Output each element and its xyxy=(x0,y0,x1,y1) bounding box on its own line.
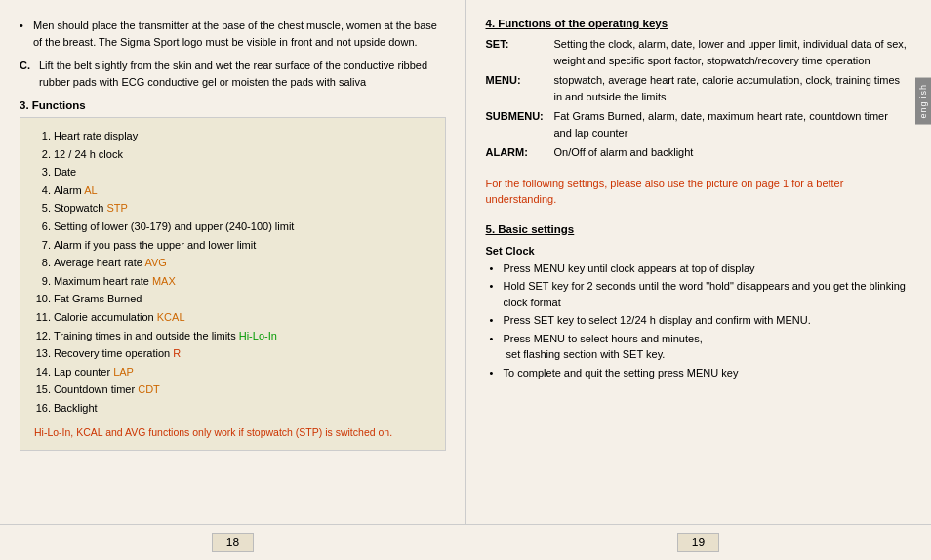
list-item: Training times in and outside the limits… xyxy=(54,328,431,345)
table-row: SUBMENU: Fat Grams Burned, alarm, date, … xyxy=(486,107,912,143)
page-right: english 4. Functions of the operating ke… xyxy=(466,0,932,524)
list-item: Fat Grams Burned xyxy=(54,291,431,308)
functions-box: Heart rate display 12 / 24 h clock Date … xyxy=(20,117,446,451)
set-clock-bullet-3: • Press SET key to select 12/24 h displa… xyxy=(490,312,912,329)
list-item: 12 / 24 h clock xyxy=(54,146,431,164)
list-item: Calorie accumulation KCAL xyxy=(54,309,431,327)
page-num-box-left: 18 xyxy=(212,533,254,552)
pages-container: • Men should place the transmitter at th… xyxy=(0,0,931,524)
key-menu: MENU: xyxy=(486,71,554,107)
list-item: Backlight xyxy=(54,400,431,418)
set-clock-heading: Set Clock xyxy=(486,245,912,257)
list-item: Alarm AL xyxy=(54,182,431,200)
page-left: • Men should place the transmitter at th… xyxy=(0,0,466,524)
desc-set: Setting the clock, alarm, date, lower an… xyxy=(554,35,912,71)
page-number-left: 18 xyxy=(0,524,466,560)
table-row: MENU: stopwatch, average heart rate, cal… xyxy=(486,71,912,107)
key-set: SET: xyxy=(486,35,554,71)
page-number-bar: 18 19 xyxy=(0,524,931,560)
functions-note: Hi-Lo-In, KCAL and AVG functions only wo… xyxy=(34,425,431,441)
section3-heading: 3. Functions xyxy=(20,100,446,111)
list-item: Heart rate display xyxy=(54,128,431,145)
key-submenu: SUBMENU: xyxy=(486,107,554,143)
page-number-right: 19 xyxy=(466,524,931,560)
set-clock-bullet-4: • Press MENU to select hours and minutes… xyxy=(490,331,912,363)
section5-heading: 5. Basic settings xyxy=(486,223,912,235)
list-item: Alarm if you pass the upper and lower li… xyxy=(54,237,431,255)
page-num-box-right: 19 xyxy=(677,533,719,552)
desc-menu: stopwatch, average heart rate, calorie a… xyxy=(554,71,912,107)
table-row: ALARM: On/Off of alarm and backlight xyxy=(486,143,912,164)
set-clock-bullet-1: • Press MENU key until clock appears at … xyxy=(490,260,912,277)
functions-list: Heart rate display 12 / 24 h clock Date … xyxy=(34,128,431,418)
table-row: SET: Setting the clock, alarm, date, low… xyxy=(486,35,912,71)
list-item: Average heart rate AVG xyxy=(54,255,431,272)
list-item: Lap counter LAP xyxy=(54,364,431,381)
list-item: Date xyxy=(54,164,431,181)
english-tab: english xyxy=(915,78,931,125)
list-item: Maximum heart rate MAX xyxy=(54,273,431,291)
keys-table: SET: Setting the clock, alarm, date, low… xyxy=(486,35,912,164)
following-note: For the following settings, please also … xyxy=(486,176,912,208)
list-item: Recovery time operation R xyxy=(54,345,431,363)
section4-heading: 4. Functions of the operating keys xyxy=(486,18,912,29)
set-clock-bullet-5: • To complete and quit the setting press… xyxy=(490,365,912,381)
item-c: C. Lift the belt slightly from the skin … xyxy=(20,58,446,90)
bullet-transmitter: • Men should place the transmitter at th… xyxy=(20,18,446,50)
list-item: Stopwatch STP xyxy=(54,200,431,218)
desc-alarm: On/Off of alarm and backlight xyxy=(554,143,912,164)
desc-submenu: Fat Grams Burned, alarm, date, maximum h… xyxy=(554,107,912,143)
key-alarm: ALARM: xyxy=(486,143,554,164)
list-item: Countdown timer CDT xyxy=(54,381,431,399)
list-item: Setting of lower (30-179) and upper (240… xyxy=(54,219,431,236)
set-clock-bullets: • Press MENU key until clock appears at … xyxy=(486,260,912,381)
set-clock-bullet-2: • Hold SET key for 2 seconds until the w… xyxy=(490,278,912,310)
